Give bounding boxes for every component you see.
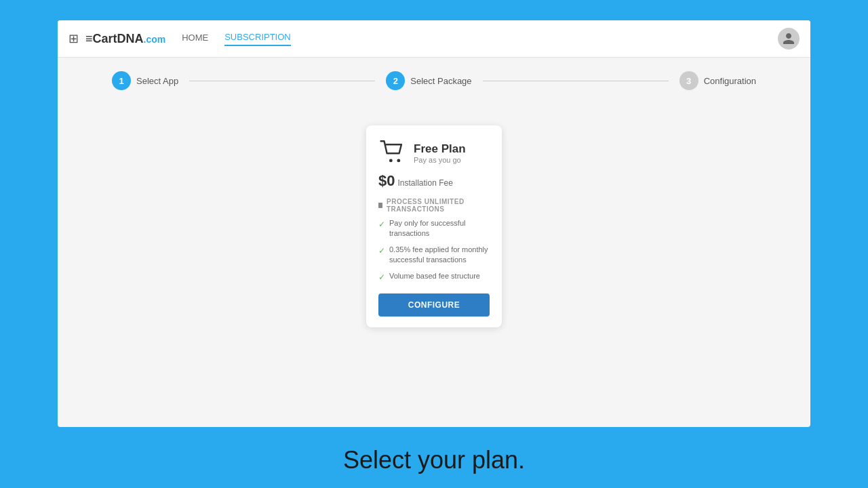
logo-main: ≡CartDNA [85, 32, 144, 45]
plan-section-label: PROCESS UNLIMITED TRANSACTIONS [378, 198, 490, 213]
step-1: 1 Select App [112, 71, 178, 90]
nav-links: HOME SUBSCRIPTION [182, 32, 291, 46]
plan-card: Free Plan Pay as you go $0 Installation … [366, 125, 502, 327]
step-1-circle: 1 [112, 71, 131, 90]
step-3-label: Configuration [704, 76, 756, 86]
check-icon-2: ✓ [378, 245, 385, 257]
feature-text-3: Volume based fee structure [389, 271, 480, 281]
step-3-circle: 3 [679, 71, 698, 90]
step-3: 3 Configuration [679, 71, 756, 90]
check-icon-1: ✓ [378, 219, 385, 230]
plan-price-row: $0 Installation Fee [378, 172, 490, 190]
plan-price-label: Installation Fee [397, 178, 452, 188]
nav-subscription[interactable]: SUBSCRIPTION [224, 32, 291, 46]
step-2-number: 2 [393, 76, 398, 86]
svg-point-0 [389, 159, 393, 162]
plan-feature-1: ✓ Pay only for successful transactions [378, 218, 490, 239]
plan-header: Free Plan Pay as you go [378, 139, 490, 167]
bottom-caption: Select your plan. [0, 446, 868, 474]
plan-subtitle: Pay as you go [414, 156, 466, 164]
grid-menu-icon[interactable]: ⊞ [68, 31, 79, 46]
step-2-label: Select Package [410, 76, 471, 86]
logo-suffix: .com [144, 34, 166, 45]
logo-text: ≡CartDNA.com [85, 32, 165, 46]
plan-title-group: Free Plan Pay as you go [414, 142, 466, 164]
step-3-number: 3 [686, 76, 691, 86]
feature-text-2: 0.35% fee applied for monthly successful… [389, 245, 490, 266]
nav-home[interactable]: HOME [182, 33, 208, 45]
step-line-1 [189, 81, 375, 81]
plan-price: $0 [378, 172, 395, 190]
steps-container: 1 Select App 2 Select Package 3 Configur… [58, 71, 810, 90]
cart-icon [378, 139, 406, 167]
check-icon-3: ✓ [378, 272, 385, 283]
configure-button[interactable]: CONFIGURE [378, 293, 490, 317]
feature-text-1: Pay only for successful transactions [389, 218, 490, 239]
plan-title: Free Plan [414, 142, 466, 156]
main-content-area: ⊞ ≡CartDNA.com HOME SUBSCRIPTION 1 Selec… [58, 20, 810, 427]
svg-point-1 [397, 159, 400, 162]
navbar: ⊞ ≡CartDNA.com HOME SUBSCRIPTION [58, 20, 810, 58]
step-2-circle: 2 [386, 71, 405, 90]
plan-features-list: ✓ Pay only for successful transactions ✓… [378, 218, 490, 283]
step-1-number: 1 [119, 76, 123, 86]
brand-logo: ≡CartDNA.com [85, 32, 165, 46]
plan-feature-3: ✓ Volume based fee structure [378, 271, 490, 283]
plan-feature-2: ✓ 0.35% fee applied for monthly successf… [378, 245, 490, 266]
step-line-2 [483, 81, 669, 81]
user-avatar-icon[interactable] [778, 28, 800, 49]
step-2: 2 Select Package [386, 71, 471, 90]
step-1-label: Select App [136, 76, 178, 86]
